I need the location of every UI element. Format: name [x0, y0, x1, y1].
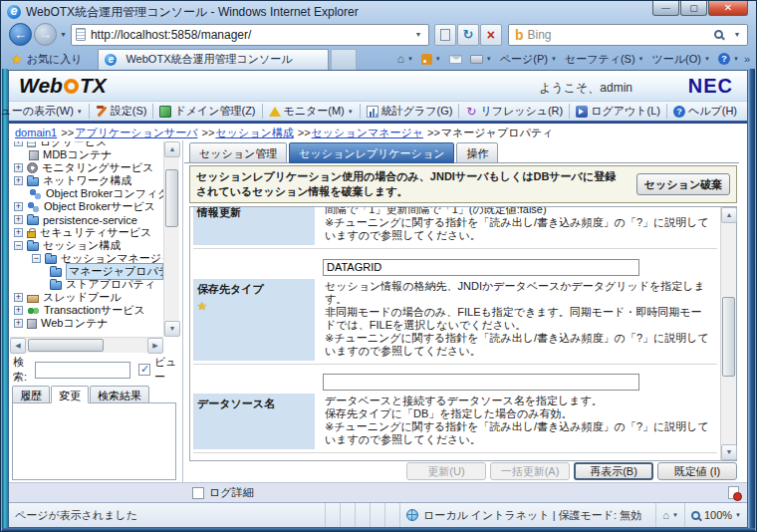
minimize-button[interactable]: —	[652, 1, 679, 16]
scrollbar-thumb[interactable]	[722, 297, 735, 377]
monitoring-service-icon	[27, 162, 38, 173]
tab-changes[interactable]: 変更	[51, 386, 89, 403]
toolbar-monitor-menu[interactable]: モニター(M)▼	[262, 104, 360, 119]
refresh-button[interactable]: ↻	[457, 24, 479, 46]
expand-toggle[interactable]: +	[14, 319, 23, 328]
log-service-icon	[27, 141, 36, 147]
field-row-sql-extension-path: SQL拡張ファイルパス SQL拡張ファイルへのパスを指定します。 パスの基点はド…	[191, 456, 719, 460]
toolbar-stats-graph[interactable]: 統計グラフ(G)	[360, 104, 459, 119]
expand-toggle[interactable]: +	[14, 202, 23, 211]
forward-button[interactable]: →	[34, 23, 57, 46]
breadcrumb-link[interactable]: セッションマネージャ	[312, 127, 423, 138]
monitor-icon	[269, 107, 281, 117]
expand-toggle[interactable]: +	[14, 306, 23, 315]
more-toolbar-icon[interactable]: »	[744, 53, 750, 65]
browser-tab[interactable]: e WebOTX統合運用管理コンソール	[98, 49, 329, 70]
search-box[interactable]: b Bing ▼	[508, 24, 748, 46]
feeds-button[interactable]: ▼	[418, 53, 444, 66]
tree-horizontal-scrollbar[interactable]: ◀ ▶	[10, 337, 163, 353]
breadcrumb-link[interactable]: domain1	[15, 127, 57, 138]
search-dropdown-icon[interactable]: ▼	[729, 31, 745, 38]
safety-menu[interactable]: セーフティ(S)▼	[562, 51, 647, 68]
toolbar-help[interactable]: ?ヘルプ(H)	[666, 104, 743, 119]
printer-icon	[470, 55, 483, 64]
folder-icon	[50, 268, 62, 277]
print-button[interactable]: ▼	[467, 54, 495, 65]
collapse-toggle[interactable]: −	[32, 254, 41, 263]
address-url[interactable]: http://localhost:5858/manager/	[91, 28, 410, 42]
page-menu[interactable]: ページ(P)▼	[497, 51, 560, 68]
zoom-control[interactable]: 100% ▼	[685, 503, 747, 527]
maximize-button[interactable]: ▢	[680, 1, 707, 16]
back-button[interactable]: ←	[9, 23, 32, 46]
tree-item-objectbroker-service[interactable]: +Object Brokerサービス	[10, 200, 163, 213]
toolbar-logout[interactable]: ログアウト(L)	[569, 104, 666, 119]
note-marker-icon[interactable]	[728, 486, 739, 499]
refresh-icon: ↻	[465, 106, 477, 118]
redisplay-button[interactable]: 再表示(B)	[574, 462, 653, 480]
sidebar-tab-panel	[12, 402, 176, 480]
home-button[interactable]: ⌂▼	[394, 51, 416, 67]
tab-session-management[interactable]: セッション管理	[189, 142, 287, 163]
history-dropdown-icon[interactable]: ▼	[60, 31, 67, 38]
scroll-right-icon[interactable]: ▶	[147, 338, 163, 354]
scroll-down-icon[interactable]: ▼	[164, 321, 180, 337]
bulk-update-button[interactable]: 一括更新(A)	[490, 462, 570, 480]
close-button[interactable]: ✕	[708, 1, 748, 16]
address-dropdown-icon[interactable]: ▼	[410, 31, 426, 38]
breadcrumb: domain1 >>アプリケーションサーバ >>セッション構成 >>セッションマ…	[9, 124, 747, 140]
collapse-toggle[interactable]: −	[14, 241, 23, 250]
scroll-down-icon[interactable]: ▼	[721, 444, 737, 460]
expand-toggle[interactable]: +	[14, 228, 23, 237]
toolbar-settings[interactable]: 設定(S)	[89, 104, 153, 119]
expand-toggle[interactable]: +	[14, 215, 23, 224]
session-destroy-button[interactable]: セッション破棄	[636, 173, 730, 195]
stop-button[interactable]: ×	[480, 24, 502, 46]
scroll-up-icon[interactable]: ▲	[721, 207, 737, 223]
scroll-up-icon[interactable]: ▲	[164, 141, 180, 157]
toolbar-refresh[interactable]: ↻リフレッシュ(R)	[458, 104, 569, 119]
update-button[interactable]: 更新(U)	[406, 462, 486, 480]
tab-search-results[interactable]: 検索結果	[90, 386, 149, 403]
favorites-button[interactable]: ★ お気に入り	[7, 51, 90, 68]
address-bar[interactable]: http://localhost:5858/manager/ ▼	[71, 24, 429, 46]
new-tab-stub[interactable]	[331, 49, 357, 70]
breadcrumb-link[interactable]: アプリケーションサーバ	[75, 127, 197, 138]
tab-session-replication[interactable]: セッションレプリケーション	[289, 142, 454, 163]
tree-vertical-scrollbar[interactable]: ▲ ▼	[163, 141, 179, 337]
form-vertical-scrollbar[interactable]: ▲ ▼	[720, 207, 736, 460]
tree-search-input[interactable]	[35, 362, 130, 379]
toolbar-domain-manage[interactable]: ドメイン管理(Z)	[152, 104, 261, 119]
expand-toggle[interactable]: +	[14, 293, 23, 302]
tab-operations[interactable]: 操作	[456, 142, 498, 163]
app-header: WebTX ようこそ、admin NEC	[9, 71, 747, 102]
view-checkbox[interactable]	[138, 364, 150, 376]
toolbar-view-menu[interactable]: ビューの表示(W)▼	[0, 104, 89, 119]
datasource-name-input[interactable]	[323, 374, 639, 391]
tab-history[interactable]: 履歴	[12, 386, 50, 403]
store-type-input[interactable]	[323, 259, 639, 276]
log-detail-checkbox[interactable]	[192, 487, 204, 499]
help-menu[interactable]: ?▼	[715, 52, 742, 66]
search-magnifier-icon[interactable]	[714, 30, 723, 39]
field-label: 情報更新	[193, 207, 315, 245]
notice-text: セッションレプリケーション使用の場合のみ、JNDIサーバもしくはDBサーバに登録…	[196, 170, 616, 197]
breadcrumb-link[interactable]: セッション構成	[215, 127, 293, 138]
scrollbar-thumb[interactable]	[165, 169, 178, 227]
folder-icon	[50, 281, 62, 290]
field-row-store-type: 保存先タイプ★ セッション情報の格納先、JNDIかデータベースかデータグリッドを…	[191, 252, 719, 361]
scrollbar-thumb[interactable]	[28, 339, 104, 352]
tools-menu[interactable]: ツール(O)▼	[649, 51, 713, 68]
read-mail-button[interactable]	[446, 54, 465, 65]
zone-settings-button[interactable]: ⌂ ▼	[656, 503, 685, 527]
expand-toggle[interactable]: +	[14, 176, 23, 185]
default-value-button[interactable]: 既定値 (I)	[657, 462, 737, 480]
search-input[interactable]: Bing	[528, 28, 715, 42]
scroll-left-icon[interactable]: ◀	[10, 338, 26, 354]
rss-icon	[421, 54, 432, 65]
tree-item-web-container[interactable]: +Webコンテナ	[10, 317, 163, 330]
compatibility-view-button[interactable]	[434, 24, 456, 46]
logout-icon	[576, 106, 588, 118]
expand-toggle[interactable]: +	[14, 163, 23, 172]
expand-toggle[interactable]: +	[14, 141, 23, 146]
